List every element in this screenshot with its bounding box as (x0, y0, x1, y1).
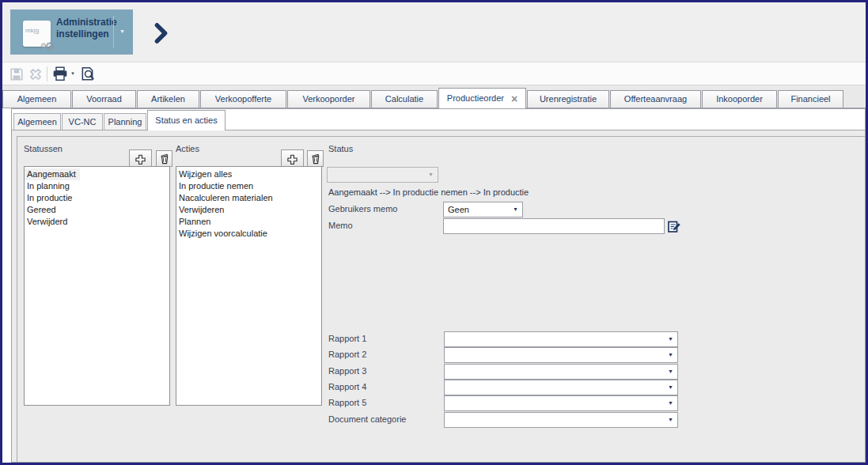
memo-edit-icon[interactable] (666, 218, 681, 234)
gebruikers-memo-select[interactable]: Geen ▼ (443, 202, 523, 217)
app-menu-button[interactable]: mk|g ⚙ ⚙ Administratie instellingen ▼ (10, 9, 133, 55)
app-button-divider (113, 16, 114, 48)
plus-icon (134, 153, 147, 164)
chevron-down-icon: ▼ (668, 384, 673, 390)
trash-icon (159, 153, 170, 164)
tab-verkoopofferte[interactable]: Verkoopofferte (200, 90, 286, 108)
gebruikers-memo-label: Gebruikers memo (328, 204, 397, 214)
tab-inkooporder[interactable]: Inkooporder (702, 90, 777, 108)
tab-artikelen[interactable]: Artikelen (137, 90, 199, 108)
delete-actie-button[interactable] (307, 150, 324, 167)
print-icon (52, 66, 68, 81)
gebruikers-memo-value: Geen (448, 205, 469, 214)
list-item-actie[interactable]: Wijzigen voorcalculatie (176, 228, 321, 240)
list-item-actie[interactable]: Wijzigen alles (176, 168, 321, 180)
subtab-vc-nc[interactable]: VC-NC (62, 113, 103, 130)
save-icon (9, 67, 24, 81)
tab-algemeen[interactable]: Algemeen (2, 90, 71, 108)
close-icon (28, 67, 43, 81)
save-button[interactable] (8, 66, 25, 82)
rapport4-label: Rapport 4 (328, 382, 366, 391)
print-dropdown-icon[interactable]: ▼ (70, 71, 75, 76)
tab-verkooporder[interactable]: Verkooporder (287, 90, 370, 108)
statussen-listbox[interactable]: Aangemaakt In planning In productie Gere… (24, 166, 170, 406)
app-title-line2: instellingen (56, 28, 109, 40)
subtab-planning[interactable]: Planning (104, 113, 146, 130)
sub-tab-bar: Algemeen VC-NC Planning Status en acties (12, 109, 865, 130)
rapport2-label: Rapport 2 (328, 350, 366, 359)
list-item-status[interactable]: In productie (25, 192, 169, 204)
rapport1-select[interactable]: ▼ (444, 331, 678, 347)
toolbar: ▼ (2, 62, 866, 85)
print-button[interactable] (51, 66, 69, 82)
list-item-status[interactable]: Aangemaakt (25, 168, 80, 180)
close-button[interactable] (27, 66, 44, 82)
chevron-right-icon[interactable] (154, 23, 168, 47)
statussen-label: Statussen (24, 144, 63, 153)
plus-icon (286, 153, 299, 164)
chevron-down-icon[interactable]: ▼ (119, 28, 125, 34)
chevron-down-icon: ▼ (668, 352, 673, 357)
gear-icon: ⚙ (40, 43, 47, 50)
main-tab-bar: Algemeen Voorraad Artikelen Verkoopoffer… (2, 85, 866, 108)
list-item-actie[interactable]: Nacalculeren materialen (176, 192, 321, 204)
productieorder-page: Algemeen VC-NC Planning Status en acties… (11, 108, 866, 463)
tab-productieorder[interactable]: Productieorder × (438, 88, 526, 108)
rapport3-select[interactable]: ▼ (444, 364, 678, 380)
rapport5-select[interactable]: ▼ (444, 395, 678, 411)
list-item-actie[interactable]: In productie nemen (176, 180, 321, 192)
tab-productieorder-label: Productieorder (447, 89, 504, 108)
app-logo-icon: mk|g ⚙ ⚙ (23, 21, 51, 47)
tab-financieel[interactable]: Financieel (778, 90, 843, 108)
tab-offerteaanvraag[interactable]: Offerteaanvraag (610, 90, 701, 108)
tab-voorraad[interactable]: Voorraad (72, 90, 136, 108)
acties-label: Acties (176, 144, 199, 153)
delete-status-button[interactable] (156, 150, 172, 167)
add-actie-button[interactable] (281, 149, 304, 167)
add-status-button[interactable] (129, 149, 152, 167)
document-categorie-label: Document categorie (328, 414, 406, 424)
chevron-down-icon: ▼ (428, 172, 434, 177)
status-label: Status (328, 144, 353, 153)
list-item-status[interactable]: Verwijderd (25, 216, 169, 228)
chevron-down-icon: ▼ (668, 400, 673, 406)
status-flow-text: Aangemaakt --> In productie nemen --> In… (328, 187, 529, 197)
memo-label: Memo (328, 221, 353, 230)
application-window: mk|g ⚙ ⚙ Administratie instellingen ▼ ▼ (0, 0, 868, 465)
memo-input[interactable] (443, 218, 665, 234)
close-tab-icon[interactable]: × (511, 93, 517, 104)
rapport1-label: Rapport 1 (328, 334, 366, 343)
acties-listbox[interactable]: Wijzigen alles In productie nemen Nacalc… (176, 166, 322, 406)
print-preview-button[interactable] (78, 66, 96, 82)
chevron-down-icon: ▼ (668, 417, 673, 422)
document-categorie-select[interactable]: ▼ (444, 412, 678, 428)
rapport5-label: Rapport 5 (328, 398, 366, 407)
app-title-line1: Administratie (56, 17, 117, 28)
chevron-down-icon: ▼ (668, 369, 673, 374)
rapport2-select[interactable]: ▼ (444, 347, 678, 363)
chevron-down-icon: ▼ (668, 336, 673, 342)
tab-urenregistratie[interactable]: Urenregistratie (527, 90, 609, 108)
trash-icon (310, 153, 321, 164)
subtab-algemeen[interactable]: Algemeen (13, 113, 61, 130)
chevron-down-icon: ▼ (513, 206, 518, 212)
app-logo-text: mk|g (25, 27, 39, 34)
list-item-status[interactable]: In planning (25, 180, 169, 192)
list-item-actie[interactable]: Plannen (176, 216, 321, 228)
print-preview-icon (80, 66, 95, 81)
tab-calculatie[interactable]: Calculatie (371, 90, 438, 108)
rapport4-select[interactable]: ▼ (444, 380, 678, 395)
rapport3-label: Rapport 3 (328, 366, 366, 376)
subtab-status-en-acties[interactable]: Status en acties (147, 110, 226, 130)
status-select: ▼ (327, 167, 438, 183)
header-band: mk|g ⚙ ⚙ Administratie instellingen ▼ (2, 2, 866, 62)
list-item-status[interactable]: Gereed (25, 204, 169, 216)
status-en-acties-content: Statussen Aangemaakt In planning In prod… (12, 130, 865, 462)
list-item-actie[interactable]: Verwijderen (176, 204, 321, 216)
toolbar-divider (47, 66, 47, 81)
